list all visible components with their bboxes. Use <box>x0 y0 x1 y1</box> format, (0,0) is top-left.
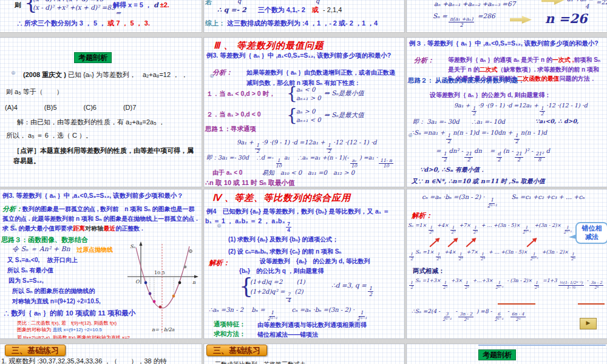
problem-line-1: (2008 重庆文 ) 已知 {aₙ} 为等差数列， a₂+a₈=12 ， ， <box>23 70 188 79</box>
vertex-form: =12dn² -212dn =d2(n -212)² -21²8d <box>436 147 550 163</box>
general-terms: ∴aₙ =3n - 2 bₙ =12ⁿ⁻¹ cₙ =aₙ ·bₙ =(3n - … <box>209 306 369 322</box>
opens-upward: 又 S₁=a₁<0, 故开口向上 <box>7 256 78 264</box>
analogy-note-2: 图象的对称轴为 直线 x=(9+12) ÷2=10.5 <box>17 327 102 333</box>
practice-question-partial: 三数成等比数列，若将第三数减去 <box>215 360 306 364</box>
setup-line-1: 设等差数列 {aₙ} 的公差为 d, 等比数列 <box>260 257 370 265</box>
analysis-label: 分析： <box>212 68 232 76</box>
slide-geometric-three-numbers-partial[interactable]: 若 q q ∴ q =- 2 三个数为 4,1,- 2 或 - 2,1,4 综上… <box>204 0 404 32</box>
slide-combined-application[interactable]: Ⅳ 、等差、等比数列的综合应用 例4 已知数列 {aₙ} 是等差数列，数列 {b… <box>204 189 404 339</box>
subtract-label: 两式相减： <box>413 267 445 275</box>
d-relation: 即： 3a₁ =- 30d ∴a₁ =- 10d <box>413 118 505 126</box>
keyword-axis: 对称轴 <box>85 225 103 232</box>
case1-text: １．当 a₁ < 0,d > 0 时， <box>206 90 284 98</box>
slide-exam-analysis-next-partial[interactable]: 考题剖析 <box>407 344 607 364</box>
result-line: ∴ q =- 2 三个数为 4,1,- 2 或 - 2,1,4 <box>217 5 342 15</box>
example-statement: 例3. 等差数列｛ aₙ ｝中 ,a₁<0,S₉=S₁₂, 该数列前多少项的和最… <box>206 52 403 60</box>
ruo-fragment: 若 <box>205 0 212 6</box>
result-n26: n =26 <box>545 10 587 27</box>
slide-handout-grid: 则 { (x - d)+x+(x + d) =15 (x - d)² +x² +… <box>0 0 607 364</box>
conclusion: 又∵ n ∈N*, ∴n=10 或 n=11 时 ,Sₙ 取最小值 <box>412 177 545 185</box>
sn-expansion: ∴Sₙ =na₁ +12n(n - 1)d =- 10dn +12n(n - 1… <box>410 129 547 145</box>
y-axis-arrow <box>140 241 143 246</box>
subtracted-series: 12Sₙ =1+3×12¹ +3×12² +…+3×12ⁿ⁻¹ - (3n - … <box>408 278 605 290</box>
slide-minmax-thread1[interactable]: Ⅲ 、 等差数列的最值问题 例3. 等差数列｛ aₙ ｝中 ,a₁<0,S₉=S… <box>204 38 404 187</box>
red-underline <box>578 303 605 305</box>
alt-numbers: - 2,1,4 <box>323 6 342 13</box>
analysis-text: 问题的方法． <box>559 75 595 82</box>
example-statement: 例３ . 等差数列｛ aₙ ｝中 ,a₁<0,S₉=S₁₂, 该数列前多少项的和… <box>409 39 606 48</box>
solution-label: 解析： <box>209 258 230 268</box>
slide-staggered-subtraction[interactable]: cₙ =aₙ ·bₙ =(3n - 2) ·12ⁿ⁻¹ Sₙ =c₁ +c₂ +… <box>407 189 607 339</box>
solve-text: 解得 x = 5 ， <box>113 1 152 8</box>
question-1: (1) 求数列 {aₙ} 及数列 {bₙ} 的通项公式； <box>228 235 338 243</box>
method-text: 错位相减法——错项法 <box>257 331 318 339</box>
summary-line: 综上： 这三数排成的等差数列为 :4 ，1 ，- 2 或- 2 ，1 ，4 <box>205 19 378 27</box>
sum-equality-equation: 9a₁ +12·9 ·(9 - 1) ·d =12a₁ +12·12 ·(12 … <box>237 138 376 155</box>
example4-line1: 例4 已知数列 {aₙ} 是等差数列，数列 {bₙ} 是等比数列，又 a₁ ＝ <box>206 207 390 216</box>
slide-minmax-thread2[interactable]: 例３ . 等差数列｛ aₙ ｝中 ,a₁<0,S₉=S₁₂, 该数列前多少项的和… <box>407 38 607 187</box>
graph-vertex-formula: n= - b/2a <box>152 327 175 332</box>
practice-question-1: 1. 观察数列 :30,37,32,35,34,33,36 ，（ ），38 的特 <box>1 357 167 364</box>
system-equation-1: (1+d)q =2 (1) <box>250 278 305 286</box>
red-underline <box>498 303 535 305</box>
system-result: ∴d =3, q =12 <box>331 281 375 298</box>
case1-result: ⇒ Sₙ是最小值 <box>324 89 364 98</box>
equation-bottom: (x - d)² +x² +(x + d)² =83 <box>33 4 115 12</box>
thread2-text: 从函数的角度来分析数列问题． <box>435 76 524 84</box>
case1-condition-top: aₙ < 0 <box>296 86 315 93</box>
slide-basic-practice-mid-partial[interactable]: 三、基础练习 三数成等比数列，若将第三数减去 <box>204 344 404 364</box>
analogy-note-2a: 图象的对称轴为 <box>17 327 51 332</box>
analysis-paragraph: 分析：数列的图象是一群孤立的点 , 数列前 n 项和 Sₙ 的图象也是一群孤立的… <box>2 204 199 233</box>
then-label: 则 <box>15 1 21 9</box>
general-term-equation: 即：3a₁ =- 30d ∴d =-110a₁ ∴aₙ =a₁ +(n - 1)… <box>206 154 395 169</box>
solution-line-1: 解：由已知，由等差数列的性质，有 a₂+a₈=2a₅ ， <box>17 118 165 126</box>
thread2-line: 思路２： 从函数的角度来分析数列问题． <box>408 76 524 85</box>
conclusion-blue: ∴ 所求三个数分别为 3 ， 5 ， <box>17 19 106 27</box>
exam-analysis-badge: 考题剖析 <box>478 349 516 360</box>
exam-analysis-badge: 考题剖析 <box>74 52 112 63</box>
question-2: (2) 设 cₙ=aₙbₙ, 求数列 {cₙ} 的前 n 项和 Sₙ <box>228 248 341 255</box>
summary-text: 这三数排成的等差数列为 :4 ，1 ，- 2 或- 2 ，1 ，4 <box>227 19 378 27</box>
method-label: 求和方法： <box>214 330 246 339</box>
thread3-label: 思路３：函数图像、数形结合 <box>1 235 88 244</box>
remark-paragraph: ［点评］本题直接利用等差数列的性质，由等差中项可得，属容易题。 <box>13 146 195 166</box>
analysis-label: 分析： <box>414 56 434 64</box>
analogy-note-1: 类比 : 二次函数 f(x), 若 f(9)=f(12), 则函数 f(x) <box>17 320 117 326</box>
next-slide-button[interactable]: ▶ <box>580 318 597 329</box>
last-four-terms-equation: aₙ +aₙ₋₁ +aₙ₋₂ +aₙ₋₃ =67 <box>434 0 515 8</box>
point-stems <box>146 277 174 302</box>
graph-x-label: n <box>192 280 196 285</box>
q-equals: ∴ q =- 2 <box>217 6 246 14</box>
system-equation-2: (1+2d)q² =74 (2) <box>250 288 304 304</box>
case2-condition-top: aₙ > 0 <box>296 107 315 115</box>
x-axis-arrow <box>194 275 198 278</box>
answer-options: (A)4 (B)5 (C)6 (D)7 <box>5 103 136 112</box>
slide-basic-practice-left-partial[interactable]: 三、基础练习 1. 观察数列 :30,37,32,35,34,33,36 ，（ … <box>0 344 202 364</box>
sign-reasoning: ∵a₁<0, ∴ d>0, <box>535 118 578 125</box>
crosshair-mark: ⊕ <box>217 223 222 229</box>
graph-axis-value: 10.5 <box>154 270 165 275</box>
problem-text: 已知 {aₙ} 为等差数列， a₂+a₈=12 ， ， <box>68 71 188 78</box>
case2-condition-bottom: aₙ₊₁ < 0 <box>296 116 321 124</box>
problem-line-2: 则 a₅ 等于（ ） <box>6 87 63 96</box>
summary-label: 综上： <box>205 19 225 27</box>
final-sn-result: ∴Sₙ =2(4 -32ⁿ⁻¹ -3n - 22ⁿ ) =8 -62ⁿ⁻¹ -6… <box>412 308 527 322</box>
thread2-label: 思路２： <box>408 76 433 84</box>
equation-top-clipped: (x - d)+x+(x + d) =15 <box>33 0 103 4</box>
conclusion: ∴n 取 10 或 11 时 Sₙ 取最小值 <box>205 178 295 187</box>
slide-n-equals-26-partial[interactable]: aₙ +aₙ₋₁ +aₙ₋₂ +aₙ₋₃ =67 a₁ +aₙ = 4 =22 … <box>407 0 607 32</box>
conclusion-red: 或 7 ， 5 ， 3. <box>107 19 150 27</box>
three-numbers: 三个数为 4,1,- 2 <box>258 6 305 13</box>
parabola-curve <box>136 246 189 308</box>
case2-result: ⇒ Sₙ是最大值 <box>324 111 364 120</box>
setup-line: 设等差数列｛ aₙ ｝的公差为 d, 则由题意得： <box>430 91 551 99</box>
slide-exam-analysis[interactable]: 考题剖析 ⊕ (2008 重庆文 ) 已知 {aₙ} 为等差数列， a₂+a₈=… <box>0 38 202 187</box>
solution-label: 解析： <box>412 211 433 220</box>
slide-three-numbers-partial[interactable]: 则 { (x - d)+x+(x + d) =15 (x - d)² +x² +… <box>0 0 202 32</box>
solve-line: 解得 x = 5 ， d ±2. <box>113 1 169 10</box>
shift-arrow-icon <box>466 240 475 248</box>
slide-minmax-thread3[interactable]: 例3. 等差数列｛ aₙ ｝中 ,a₁<0,S₉=S₁₂, 该数列前多少项和最小… <box>0 189 202 339</box>
keyword-distance: 距离 <box>73 225 85 232</box>
header-rule <box>478 345 606 346</box>
shift-arrow-icon <box>527 240 535 248</box>
